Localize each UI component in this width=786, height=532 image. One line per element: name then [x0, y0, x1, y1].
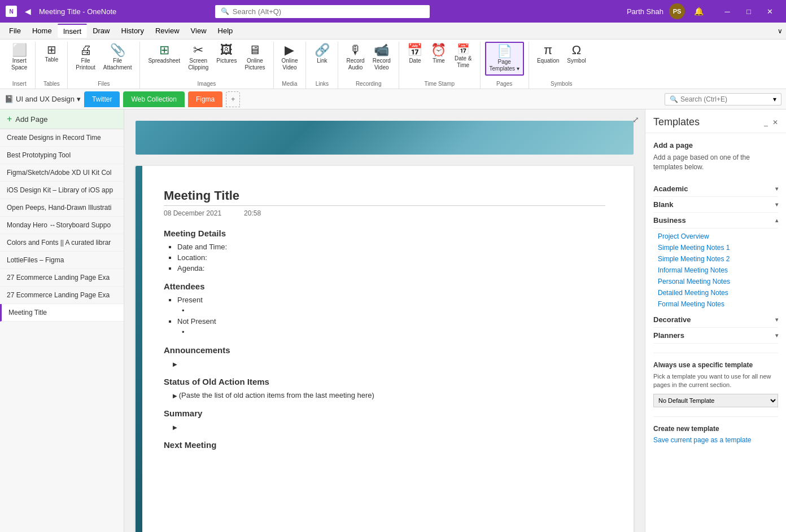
online-pictures-button[interactable]: 🖥 OnlinePictures [241, 42, 268, 73]
template-blank-chevron: ▾ [775, 201, 778, 208]
ribbon-expand-button[interactable]: ∨ [778, 27, 783, 35]
templates-header: Templates _ ✕ [645, 109, 786, 133]
main-area: + Add Page Create Designs in Record Time… [0, 109, 786, 532]
ribbon-group-media-items: ▶ OnlineVideo [278, 42, 302, 80]
tab-webcollection[interactable]: Web Collection [123, 91, 184, 107]
date-button[interactable]: 📅 Date [404, 42, 426, 67]
global-search-input[interactable] [233, 7, 424, 16]
menu-help[interactable]: Help [212, 24, 239, 37]
spreadsheet-button[interactable]: ⊞ Spreadsheet [145, 42, 184, 67]
page-item-0[interactable]: Create Designs in Record Time [0, 129, 124, 147]
templates-panel: Templates _ ✕ Add a page Add a page base… [645, 109, 786, 532]
menu-insert[interactable]: Insert [58, 24, 88, 38]
tab-twitter[interactable]: Twitter [84, 91, 120, 107]
table-label: Table [45, 56, 58, 63]
page-item-4[interactable]: Open Peeps, Hand-Drawn Illustrati [0, 199, 124, 217]
page-item-8[interactable]: 27 Ecommerce Landing Page Exa [0, 269, 124, 287]
note-title[interactable]: Meeting Title [164, 188, 605, 206]
save-template-link[interactable]: Save current page as a template [653, 436, 751, 444]
always-use-section: Always use a specific template Pick a te… [653, 353, 778, 408]
online-video-button[interactable]: ▶ OnlineVideo [278, 42, 302, 73]
record-video-button[interactable]: 📹 RecordVideo [369, 42, 394, 73]
page-item-6[interactable]: Colors and Fonts || A curated librar [0, 234, 124, 252]
page-item-5[interactable]: Monday Hero ↔Storyboard Suppo [0, 217, 124, 234]
notifications-icon[interactable]: 🔔 [691, 6, 707, 17]
online-video-icon: ▶ [285, 44, 294, 56]
template-link-simple-meeting-2[interactable]: Simple Meeting Notes 2 [658, 253, 778, 265]
default-template-select[interactable]: No Default Template [653, 394, 778, 407]
template-category-business-label: Business [653, 216, 686, 225]
always-use-desc: Pick a template you want to use for all … [653, 372, 778, 390]
template-category-decorative[interactable]: Decorative ▾ [653, 312, 778, 328]
menu-home[interactable]: Home [27, 24, 58, 37]
ribbon-group-timestamp-label: Time Stamp [404, 80, 475, 89]
page-item-10[interactable]: Meeting Title [0, 304, 124, 322]
close-button[interactable]: ✕ [760, 3, 780, 19]
add-page-button[interactable]: + Add Page [0, 109, 124, 129]
page-item-7[interactable]: LottieFiles – Figma [0, 252, 124, 269]
equation-button[interactable]: π Equation [534, 42, 562, 67]
global-search-bar[interactable]: 🔍 [215, 5, 430, 18]
menu-file[interactable]: File [3, 24, 27, 37]
create-template-title: Create new template [653, 425, 778, 433]
pages-search-icon: 🔍 [670, 95, 678, 103]
menu-review[interactable]: Review [150, 24, 185, 37]
pages-search-bar[interactable]: 🔍 ▾ [665, 93, 781, 105]
page-item-9[interactable]: 27 Ecommerce Landing Page Exa [0, 287, 124, 304]
tab-figma[interactable]: Figma [188, 91, 222, 107]
template-category-business[interactable]: Business ▴ [653, 213, 778, 228]
insert-space-button[interactable]: ⬜ InsertSpace [8, 42, 30, 73]
page-item-3[interactable]: iOS Design Kit – Library of iOS app [0, 182, 124, 199]
meeting-detail-datetime: Date and Time: [177, 243, 605, 251]
ribbon-group-tables: ⊞ Table Tables [36, 42, 68, 89]
link-button[interactable]: 🔗 Link [311, 42, 333, 67]
page-item-1[interactable]: Best Prototyping Tool [0, 147, 124, 164]
pictures-button[interactable]: 🖼 Pictures [213, 42, 240, 67]
time-button[interactable]: ⏰ Time [427, 42, 450, 67]
maximize-button[interactable]: □ [739, 3, 759, 19]
notebook-name[interactable]: 📓 UI and UX Design ▾ [5, 95, 81, 103]
template-link-formal-meeting[interactable]: Formal Meeting Notes [658, 298, 778, 310]
pages-search-input[interactable] [680, 95, 771, 103]
record-audio-button[interactable]: 🎙 RecordAudio [343, 42, 368, 73]
ribbon-group-timestamp-items: 📅 Date ⏰ Time 📅 Date &Time [404, 42, 475, 80]
menu-view[interactable]: View [185, 24, 212, 37]
symbol-button[interactable]: Ω Symbol [564, 42, 589, 67]
template-link-detailed-meeting[interactable]: Detailed Meeting Notes [658, 287, 778, 298]
note-content-area: ⤢ Meeting Title 08 December 2021 20:58 M… [124, 109, 645, 532]
template-link-project-overview[interactable]: Project Overview [658, 231, 778, 242]
note-paper[interactable]: Meeting Title 08 December 2021 20:58 Mee… [136, 166, 634, 532]
templates-minimize-icon[interactable]: _ [764, 118, 768, 126]
file-attachment-button[interactable]: 📎 FileAttachment [100, 42, 136, 73]
file-printout-button[interactable]: 🖨 FilePrintout [72, 42, 98, 73]
back-button[interactable]: ◀ [21, 6, 34, 17]
user-avatar[interactable]: PS [669, 3, 685, 19]
date-time-button[interactable]: 📅 Date &Time [451, 42, 475, 71]
table-icon: ⊞ [47, 44, 56, 55]
expand-button[interactable]: ⤢ [632, 115, 639, 124]
template-category-academic[interactable]: Academic ▾ [653, 181, 778, 197]
template-link-simple-meeting-1[interactable]: Simple Meeting Notes 1 [658, 242, 778, 253]
table-button[interactable]: ⊞ Table [40, 42, 63, 65]
attendee-present: Present [177, 296, 605, 304]
date-label: Date [409, 58, 421, 64]
screen-clipping-button[interactable]: ✂ ScreenClipping [185, 42, 212, 73]
note-date: 08 December 2021 [164, 209, 221, 217]
templates-close-icon[interactable]: ✕ [772, 118, 778, 126]
note-section-meeting-details: Meeting Details Date and Time: Location:… [164, 228, 605, 272]
menu-history[interactable]: History [116, 24, 150, 37]
template-link-informal-meeting[interactable]: Informal Meeting Notes [658, 265, 778, 276]
pictures-icon: 🖼 [220, 44, 233, 56]
templates-title: Templates [653, 116, 700, 128]
template-category-blank[interactable]: Blank ▾ [653, 197, 778, 213]
template-category-planners[interactable]: Planners ▾ [653, 328, 778, 344]
page-templates-button[interactable]: 📄 PageTemplates ▾ [485, 42, 524, 76]
minimize-button[interactable]: ─ [717, 3, 737, 19]
templates-add-title: Add a page [653, 141, 778, 150]
template-link-personal-meeting[interactable]: Personal Meeting Notes [658, 276, 778, 287]
section-heading-summary: Summary [164, 408, 605, 418]
menu-draw[interactable]: Draw [87, 24, 115, 37]
note-sidebar-decoration [136, 166, 142, 532]
page-item-2[interactable]: Figma/Sketch/Adobe XD UI Kit Col [0, 164, 124, 182]
tab-add-section[interactable]: + [226, 91, 240, 107]
